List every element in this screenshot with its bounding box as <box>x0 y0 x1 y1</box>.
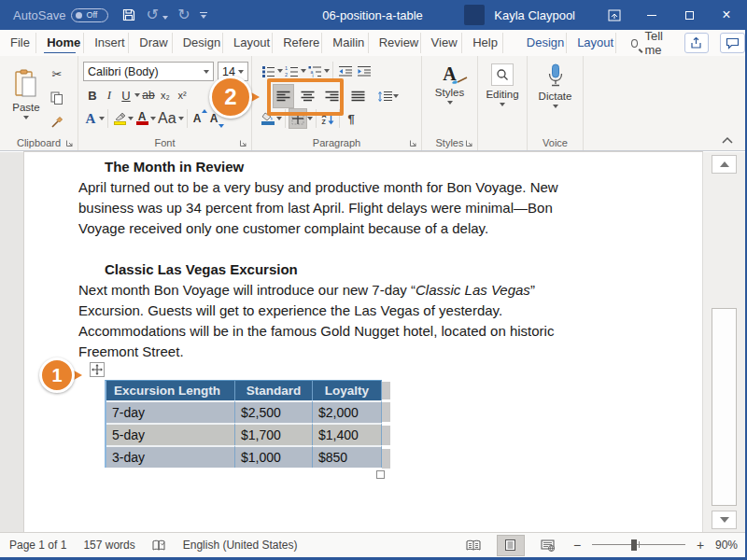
comments-button[interactable] <box>720 33 745 53</box>
table-row[interactable]: 5-day$1,700$1,400 <box>106 423 382 445</box>
table-row[interactable]: 3-day$1,000$850 <box>106 445 382 468</box>
line-spacing-button[interactable] <box>374 84 402 108</box>
subscript-button[interactable]: x₂ <box>157 85 174 105</box>
text-effects-dropdown-icon[interactable] <box>99 117 105 120</box>
increase-indent-button[interactable] <box>355 61 374 81</box>
table-cell[interactable]: $2,500 <box>235 400 313 423</box>
table-header-cell[interactable]: Excursion Length <box>106 381 235 400</box>
scroll-up-button[interactable] <box>712 155 737 174</box>
shading-dropdown-icon[interactable] <box>276 117 282 120</box>
word-count[interactable]: 157 words <box>83 539 134 552</box>
tell-me-search[interactable]: Tell me <box>631 29 672 57</box>
close-button[interactable]: × <box>708 0 745 30</box>
styles-button[interactable]: A Styles <box>422 56 477 129</box>
table-row[interactable]: 7-day$2,500$2,000 <box>106 400 382 423</box>
scrollbar-thumb[interactable] <box>712 308 737 506</box>
document-page[interactable]: The Month in Review April turned out to … <box>24 152 702 532</box>
change-case-button[interactable]: Aa <box>156 108 178 129</box>
minimize-button[interactable] <box>633 0 670 30</box>
zoom-out-button[interactable]: − <box>571 538 583 553</box>
user-avatar[interactable] <box>464 5 485 25</box>
italic-button[interactable]: I <box>101 85 118 105</box>
font-color-button[interactable]: A <box>134 108 150 129</box>
tab-table-design[interactable]: Design <box>516 33 567 53</box>
maximize-button[interactable] <box>670 0 708 30</box>
table-cell[interactable]: $1,700 <box>235 423 313 445</box>
vertical-scrollbar[interactable] <box>702 152 745 532</box>
zoom-level[interactable]: 90% <box>715 539 738 552</box>
underline-button[interactable]: U <box>118 85 134 105</box>
editing-button[interactable]: Editing <box>478 56 527 129</box>
text-effects-button[interactable]: A <box>82 108 99 129</box>
excursion-table[interactable]: Excursion LengthStandardLoyalty 7-day$2,… <box>105 380 382 468</box>
tab-design[interactable]: Design <box>173 33 223 53</box>
undo-dropdown-icon[interactable] <box>162 16 168 20</box>
line-spacing-dropdown-icon[interactable] <box>393 94 399 98</box>
zoom-slider-thumb[interactable] <box>631 539 637 551</box>
tab-layout[interactable]: Layout <box>223 33 273 53</box>
format-painter-button[interactable] <box>49 112 65 133</box>
user-name[interactable]: Kayla Claypool <box>494 8 575 22</box>
table-cell[interactable]: $1,400 <box>313 423 382 445</box>
save-button[interactable] <box>121 7 136 22</box>
styles-dialog-launcher[interactable] <box>465 139 473 147</box>
tab-references[interactable]: Refere <box>273 33 322 53</box>
tab-mailings[interactable]: Mailin <box>322 33 368 53</box>
table-header-row[interactable]: Excursion LengthStandardLoyalty <box>106 381 382 400</box>
table-header-cell[interactable]: Loyalty <box>313 381 382 400</box>
heading-las-vegas[interactable]: Classic Las Vegas Excursion <box>105 259 680 280</box>
zoom-slider[interactable] <box>592 539 685 552</box>
show-paragraph-marks-button[interactable]: ¶ <box>343 108 359 129</box>
font-dialog-launcher[interactable] <box>239 139 247 147</box>
chevron-down-icon[interactable] <box>204 70 209 74</box>
table-cell[interactable]: $2,000 <box>313 400 382 423</box>
dictate-dropdown-icon[interactable] <box>553 105 558 108</box>
para-1[interactable]: April turned out to be a very busy and p… <box>78 177 680 239</box>
customize-qat-button[interactable] <box>200 12 207 19</box>
table-resize-handle[interactable] <box>376 470 385 479</box>
print-layout-button[interactable] <box>497 535 525 556</box>
web-layout-button[interactable] <box>534 535 562 556</box>
paragraph-dialog-launcher[interactable] <box>409 139 417 147</box>
superscript-button[interactable]: x² <box>174 85 190 105</box>
autosave-toggle[interactable]: AutoSave Off <box>13 8 108 22</box>
ribbon-display-options-button[interactable] <box>596 0 633 30</box>
zoom-in-button[interactable]: + <box>695 538 706 553</box>
redo-button[interactable]: ↻ <box>177 7 190 22</box>
copy-button[interactable] <box>49 88 65 108</box>
chevron-down-icon[interactable] <box>238 70 244 74</box>
tab-view[interactable]: View <box>421 33 463 53</box>
page-indicator[interactable]: Page 1 of 1 <box>9 539 66 552</box>
table-cell[interactable]: 5-day <box>106 423 235 445</box>
bold-button[interactable]: B <box>84 85 101 105</box>
read-mode-button[interactable] <box>459 535 487 556</box>
multilevel-dropdown-icon[interactable] <box>324 69 330 73</box>
tab-draw[interactable]: Draw <box>129 33 172 53</box>
highlight-color-button[interactable] <box>111 108 128 129</box>
font-name-combo[interactable]: Calibri (Body) <box>83 62 214 81</box>
table-cell[interactable]: 7-day <box>106 400 235 423</box>
language-indicator[interactable]: English (United States) <box>183 539 298 552</box>
autosave-switch-icon[interactable]: Off <box>71 8 108 22</box>
strikethrough-button[interactable]: ab <box>140 85 157 105</box>
borders-dropdown-icon[interactable] <box>307 117 313 120</box>
tab-table-layout[interactable]: Layout <box>567 33 616 53</box>
table-cell[interactable]: $1,000 <box>235 445 313 468</box>
paste-dropdown-icon[interactable] <box>23 116 29 119</box>
table-cell[interactable]: $850 <box>313 445 382 468</box>
grow-font-button[interactable]: A <box>190 108 207 129</box>
share-button[interactable] <box>684 33 710 53</box>
paste-button[interactable]: Paste <box>7 62 45 134</box>
collapse-ribbon-button[interactable] <box>721 136 734 145</box>
tab-help[interactable]: Help <box>462 33 503 53</box>
proofing-icon[interactable] <box>152 539 166 552</box>
cut-button[interactable]: ✂ <box>49 63 65 84</box>
table-move-handle[interactable] <box>90 362 105 377</box>
tab-home[interactable]: Home <box>36 33 84 53</box>
table-header-cell[interactable]: Standard <box>235 381 313 400</box>
scroll-down-button[interactable] <box>712 511 737 529</box>
tab-insert[interactable]: Insert <box>84 33 129 53</box>
clipboard-dialog-launcher[interactable] <box>65 139 74 147</box>
tab-review[interactable]: Review <box>369 33 421 53</box>
heading-month-in-review[interactable]: The Month in Review <box>105 157 680 177</box>
